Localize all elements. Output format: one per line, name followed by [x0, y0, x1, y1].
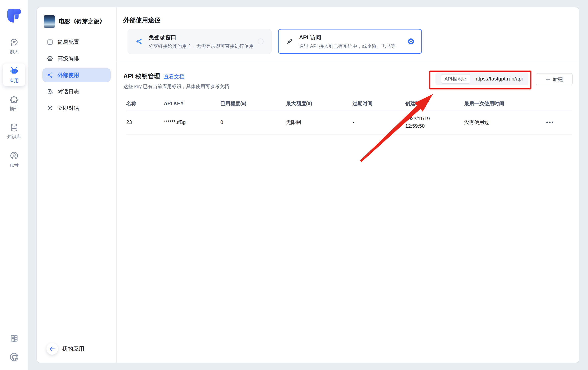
columns-icon [47, 39, 53, 45]
cell-max: 无限制 [286, 119, 352, 126]
radio-selected[interactable] [408, 38, 414, 44]
card-api-access[interactable]: API 访问 通过 API 接入到已有系统中，或企微、飞书等 [278, 29, 422, 54]
cell-created: 2023/11/19 12:59:50 [405, 115, 438, 130]
api-base-url-box: API根地址 https://fastgpt.run/api [435, 73, 528, 85]
main-panel: 电影《铃芽之旅》 简易配置 高级编排 [36, 7, 579, 363]
puzzle-icon [10, 95, 19, 104]
card-text: API 访问 通过 API 接入到已有系统中，或企微、飞书等 [299, 34, 396, 49]
cell-name: 23 [126, 119, 164, 125]
cell-last-used-wrap: 没有使用过 [464, 119, 572, 126]
row-menu-button[interactable] [544, 119, 555, 125]
col-header-expire: 过期时间 [352, 100, 405, 107]
cell-used: 0 [220, 119, 286, 125]
menu-item-label: 立即对话 [58, 105, 79, 112]
api-base-url-value[interactable]: https://fastgpt.run/api [474, 76, 523, 82]
card-title: 免登录窗口 [148, 34, 254, 41]
app-name: 电影《铃芽之旅》 [59, 18, 105, 25]
menu-item-external-use[interactable]: 外部使用 [42, 68, 111, 82]
table-header-row: 名称 API KEY 已用额度(¥) 最大额度(¥) 过期时间 创建时间 最后一… [126, 97, 572, 110]
card-text: 免登录窗口 分享链接给其他用户，无需登录即可直接进行使用 [148, 34, 254, 49]
view-docs-link[interactable]: 查看文档 [164, 73, 184, 80]
robot-icon [9, 66, 19, 76]
cell-last-used: 没有使用过 [464, 119, 489, 126]
sidebar-footer: 我的应用 [37, 343, 116, 363]
rail-item-label: 知识库 [7, 134, 21, 140]
menu-item-chat-logs[interactable]: 对话日志 [42, 85, 111, 98]
cell-apikey: ******ufBg [164, 119, 220, 125]
arrow-left-icon [49, 346, 56, 352]
card-desc: 分享链接给其他用户，无需登录即可直接进行使用 [148, 43, 254, 49]
app-header: 电影《铃芽之旅》 [37, 7, 116, 28]
api-base-url-tag: API根地址 [441, 74, 470, 84]
fastgpt-logo[interactable] [7, 9, 21, 23]
plus-icon [545, 77, 551, 82]
card-desc: 通过 API 接入到已有系统中，或企微、飞书等 [299, 43, 396, 49]
app-sidebar: 电影《铃芽之旅》 简易配置 高级编排 [37, 7, 116, 363]
rail-bottom [9, 334, 19, 362]
share-icon [47, 72, 53, 78]
gear-icon [47, 55, 53, 62]
docs-icon[interactable] [9, 334, 19, 343]
database-icon [10, 123, 19, 132]
rail-item-label: 账号 [10, 162, 19, 168]
api-key-table: 名称 API KEY 已用额度(¥) 最大额度(¥) 过期时间 创建时间 最后一… [126, 97, 572, 135]
table-row: 23 ******ufBg 0 无限制 - 2023/11/19 12:59:5… [126, 110, 572, 135]
rail-item-chat[interactable]: 聊天 [3, 35, 25, 57]
rail-item-label: 应用 [10, 77, 19, 84]
api-key-section: API 秘钥管理 查看文档 这些 key 已有当前应用标识，具体使用可参考文档 … [116, 62, 579, 135]
usage-section: 外部使用途径 免登录窗口 分享链接给其他用户，无需登录即可直接进行使用 [116, 7, 579, 62]
rail-item-account[interactable]: 账号 [3, 148, 25, 170]
rail-item-apps[interactable]: 应用 [3, 63, 25, 86]
menu-item-advanced-flow[interactable]: 高级编排 [42, 52, 111, 65]
cell-expire: - [352, 119, 405, 125]
clipboard-clock-icon [47, 88, 53, 95]
col-header-apikey: API KEY [164, 101, 220, 106]
app-avatar [44, 15, 55, 28]
menu-item-label: 简易配置 [58, 38, 79, 46]
menu-item-label: 对话日志 [58, 88, 79, 95]
menu-item-simple-config[interactable]: 简易配置 [42, 35, 111, 49]
app-rail: 聊天 应用 [0, 0, 28, 370]
col-header-lastused: 最后一次使用时间 [464, 100, 572, 107]
card-title: API 访问 [299, 34, 396, 41]
user-icon [10, 151, 19, 160]
usage-title: 外部使用途径 [123, 16, 571, 24]
my-apps-label[interactable]: 我的应用 [62, 345, 84, 353]
github-icon[interactable] [9, 352, 19, 362]
chat-bubble-icon [47, 105, 53, 111]
share-nodes-icon [135, 38, 143, 45]
new-key-label: 新建 [553, 76, 563, 83]
content: 外部使用途径 免登录窗口 分享链接给其他用户，无需登录即可直接进行使用 [116, 7, 579, 363]
col-header-name: 名称 [126, 100, 164, 107]
col-header-used: 已用额度(¥) [220, 100, 286, 107]
usage-cards: 免登录窗口 分享链接给其他用户，无需登录即可直接进行使用 [127, 29, 571, 54]
rail-item-knowledge[interactable]: 知识库 [3, 120, 25, 142]
radio-unselected[interactable] [258, 38, 264, 44]
rail-item-plugins[interactable]: 插件 [3, 92, 25, 114]
rail-nav: 聊天 应用 [0, 35, 28, 170]
back-button[interactable] [46, 343, 58, 355]
rail-item-label: 插件 [10, 106, 19, 112]
menu-item-label: 高级编排 [58, 55, 79, 62]
api-section-title: API 秘钥管理 [123, 72, 160, 81]
rail-item-label: 聊天 [10, 49, 19, 55]
menu-item-label: 外部使用 [58, 72, 79, 79]
col-header-created: 创建时间 [405, 100, 464, 107]
chat-icon [10, 38, 19, 47]
new-key-button[interactable]: 新建 [536, 73, 573, 85]
app-menu: 简易配置 高级编排 外部使用 [37, 35, 116, 115]
page: { "rail": { "items": [ {"label": "聊天"}, … [0, 0, 588, 370]
menu-item-start-chat[interactable]: 立即对话 [42, 101, 111, 115]
card-no-login-window[interactable]: 免登录窗口 分享链接给其他用户，无需登录即可直接进行使用 [127, 29, 272, 54]
api-plug-icon [286, 38, 294, 45]
col-header-max: 最大额度(¥) [286, 100, 352, 107]
